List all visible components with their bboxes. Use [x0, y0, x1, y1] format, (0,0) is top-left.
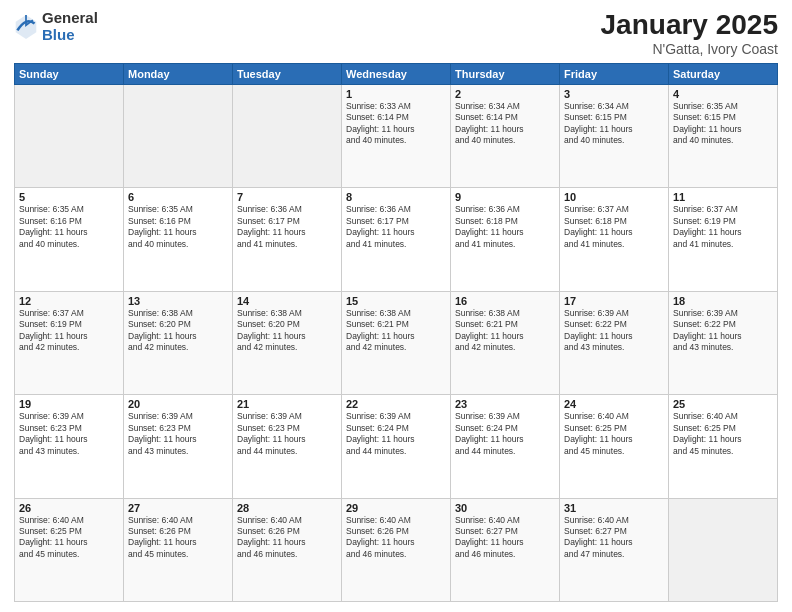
title-location: N'Gatta, Ivory Coast: [601, 41, 778, 57]
day-number: 18: [673, 295, 773, 307]
day-number: 15: [346, 295, 446, 307]
day-number: 17: [564, 295, 664, 307]
calendar-cell: 15Sunrise: 6:38 AM Sunset: 6:21 PM Dayli…: [342, 291, 451, 394]
day-number: 31: [564, 502, 664, 514]
day-number: 10: [564, 191, 664, 203]
calendar-cell: 26Sunrise: 6:40 AM Sunset: 6:25 PM Dayli…: [15, 498, 124, 601]
logo-general-text: General: [42, 10, 98, 27]
weekday-header: Monday: [124, 63, 233, 84]
calendar-cell: 18Sunrise: 6:39 AM Sunset: 6:22 PM Dayli…: [669, 291, 778, 394]
title-month: January 2025: [601, 10, 778, 41]
day-info: Sunrise: 6:40 AM Sunset: 6:26 PM Dayligh…: [128, 515, 228, 561]
calendar-cell: [124, 84, 233, 187]
weekday-header: Tuesday: [233, 63, 342, 84]
day-info: Sunrise: 6:38 AM Sunset: 6:20 PM Dayligh…: [237, 308, 337, 354]
day-info: Sunrise: 6:39 AM Sunset: 6:23 PM Dayligh…: [19, 411, 119, 457]
calendar-cell: 17Sunrise: 6:39 AM Sunset: 6:22 PM Dayli…: [560, 291, 669, 394]
calendar-cell: 5Sunrise: 6:35 AM Sunset: 6:16 PM Daylig…: [15, 188, 124, 291]
calendar-cell: 11Sunrise: 6:37 AM Sunset: 6:19 PM Dayli…: [669, 188, 778, 291]
day-number: 4: [673, 88, 773, 100]
calendar-cell: 24Sunrise: 6:40 AM Sunset: 6:25 PM Dayli…: [560, 395, 669, 498]
day-number: 20: [128, 398, 228, 410]
day-info: Sunrise: 6:37 AM Sunset: 6:18 PM Dayligh…: [564, 204, 664, 250]
calendar-cell: [233, 84, 342, 187]
day-number: 16: [455, 295, 555, 307]
day-number: 29: [346, 502, 446, 514]
day-info: Sunrise: 6:38 AM Sunset: 6:21 PM Dayligh…: [455, 308, 555, 354]
calendar-week-row: 26Sunrise: 6:40 AM Sunset: 6:25 PM Dayli…: [15, 498, 778, 601]
day-info: Sunrise: 6:36 AM Sunset: 6:18 PM Dayligh…: [455, 204, 555, 250]
day-info: Sunrise: 6:39 AM Sunset: 6:24 PM Dayligh…: [455, 411, 555, 457]
calendar-cell: 2Sunrise: 6:34 AM Sunset: 6:14 PM Daylig…: [451, 84, 560, 187]
calendar-cell: 13Sunrise: 6:38 AM Sunset: 6:20 PM Dayli…: [124, 291, 233, 394]
logo-icon: [14, 13, 38, 41]
day-number: 26: [19, 502, 119, 514]
day-number: 7: [237, 191, 337, 203]
calendar-cell: 3Sunrise: 6:34 AM Sunset: 6:15 PM Daylig…: [560, 84, 669, 187]
calendar-cell: 22Sunrise: 6:39 AM Sunset: 6:24 PM Dayli…: [342, 395, 451, 498]
day-number: 23: [455, 398, 555, 410]
logo-text: General Blue: [42, 10, 98, 43]
day-info: Sunrise: 6:36 AM Sunset: 6:17 PM Dayligh…: [346, 204, 446, 250]
day-number: 21: [237, 398, 337, 410]
day-number: 3: [564, 88, 664, 100]
day-info: Sunrise: 6:39 AM Sunset: 6:22 PM Dayligh…: [564, 308, 664, 354]
day-number: 8: [346, 191, 446, 203]
calendar-cell: 23Sunrise: 6:39 AM Sunset: 6:24 PM Dayli…: [451, 395, 560, 498]
day-number: 24: [564, 398, 664, 410]
calendar-cell: 14Sunrise: 6:38 AM Sunset: 6:20 PM Dayli…: [233, 291, 342, 394]
logo: General Blue: [14, 10, 98, 43]
calendar-week-row: 5Sunrise: 6:35 AM Sunset: 6:16 PM Daylig…: [15, 188, 778, 291]
day-number: 11: [673, 191, 773, 203]
calendar-cell: 7Sunrise: 6:36 AM Sunset: 6:17 PM Daylig…: [233, 188, 342, 291]
header: General Blue January 2025 N'Gatta, Ivory…: [14, 10, 778, 57]
day-number: 1: [346, 88, 446, 100]
day-info: Sunrise: 6:40 AM Sunset: 6:25 PM Dayligh…: [673, 411, 773, 457]
day-info: Sunrise: 6:35 AM Sunset: 6:16 PM Dayligh…: [19, 204, 119, 250]
calendar-cell: 25Sunrise: 6:40 AM Sunset: 6:25 PM Dayli…: [669, 395, 778, 498]
calendar-cell: 27Sunrise: 6:40 AM Sunset: 6:26 PM Dayli…: [124, 498, 233, 601]
day-info: Sunrise: 6:40 AM Sunset: 6:25 PM Dayligh…: [564, 411, 664, 457]
calendar-cell: [669, 498, 778, 601]
day-number: 30: [455, 502, 555, 514]
day-info: Sunrise: 6:40 AM Sunset: 6:26 PM Dayligh…: [237, 515, 337, 561]
weekday-header: Wednesday: [342, 63, 451, 84]
calendar-week-row: 1Sunrise: 6:33 AM Sunset: 6:14 PM Daylig…: [15, 84, 778, 187]
day-number: 9: [455, 191, 555, 203]
day-number: 5: [19, 191, 119, 203]
day-info: Sunrise: 6:38 AM Sunset: 6:21 PM Dayligh…: [346, 308, 446, 354]
calendar-cell: 12Sunrise: 6:37 AM Sunset: 6:19 PM Dayli…: [15, 291, 124, 394]
day-info: Sunrise: 6:35 AM Sunset: 6:15 PM Dayligh…: [673, 101, 773, 147]
day-info: Sunrise: 6:39 AM Sunset: 6:22 PM Dayligh…: [673, 308, 773, 354]
day-number: 28: [237, 502, 337, 514]
day-info: Sunrise: 6:38 AM Sunset: 6:20 PM Dayligh…: [128, 308, 228, 354]
day-info: Sunrise: 6:36 AM Sunset: 6:17 PM Dayligh…: [237, 204, 337, 250]
weekday-header: Friday: [560, 63, 669, 84]
calendar-week-row: 19Sunrise: 6:39 AM Sunset: 6:23 PM Dayli…: [15, 395, 778, 498]
day-info: Sunrise: 6:39 AM Sunset: 6:24 PM Dayligh…: [346, 411, 446, 457]
day-number: 2: [455, 88, 555, 100]
day-info: Sunrise: 6:40 AM Sunset: 6:27 PM Dayligh…: [564, 515, 664, 561]
day-info: Sunrise: 6:34 AM Sunset: 6:15 PM Dayligh…: [564, 101, 664, 147]
logo-blue-text: Blue: [42, 27, 98, 44]
calendar-cell: 21Sunrise: 6:39 AM Sunset: 6:23 PM Dayli…: [233, 395, 342, 498]
calendar-header-row: SundayMondayTuesdayWednesdayThursdayFrid…: [15, 63, 778, 84]
day-number: 22: [346, 398, 446, 410]
day-number: 27: [128, 502, 228, 514]
calendar-cell: 10Sunrise: 6:37 AM Sunset: 6:18 PM Dayli…: [560, 188, 669, 291]
calendar-cell: 6Sunrise: 6:35 AM Sunset: 6:16 PM Daylig…: [124, 188, 233, 291]
day-info: Sunrise: 6:40 AM Sunset: 6:26 PM Dayligh…: [346, 515, 446, 561]
calendar-cell: 1Sunrise: 6:33 AM Sunset: 6:14 PM Daylig…: [342, 84, 451, 187]
calendar-cell: 9Sunrise: 6:36 AM Sunset: 6:18 PM Daylig…: [451, 188, 560, 291]
calendar-cell: 4Sunrise: 6:35 AM Sunset: 6:15 PM Daylig…: [669, 84, 778, 187]
day-info: Sunrise: 6:37 AM Sunset: 6:19 PM Dayligh…: [19, 308, 119, 354]
page: General Blue January 2025 N'Gatta, Ivory…: [0, 0, 792, 612]
day-number: 13: [128, 295, 228, 307]
calendar-cell: 19Sunrise: 6:39 AM Sunset: 6:23 PM Dayli…: [15, 395, 124, 498]
calendar-cell: [15, 84, 124, 187]
calendar-table: SundayMondayTuesdayWednesdayThursdayFrid…: [14, 63, 778, 602]
day-info: Sunrise: 6:40 AM Sunset: 6:25 PM Dayligh…: [19, 515, 119, 561]
calendar-cell: 28Sunrise: 6:40 AM Sunset: 6:26 PM Dayli…: [233, 498, 342, 601]
day-number: 25: [673, 398, 773, 410]
day-info: Sunrise: 6:39 AM Sunset: 6:23 PM Dayligh…: [237, 411, 337, 457]
